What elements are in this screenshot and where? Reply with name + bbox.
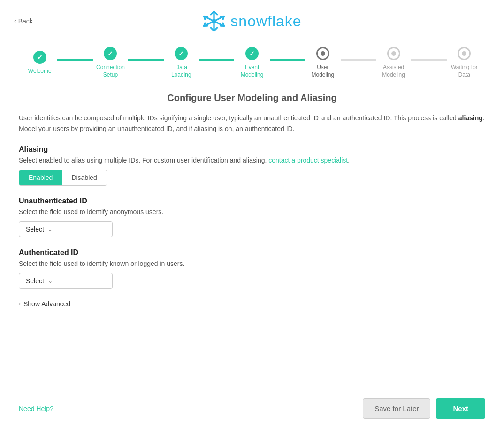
- step-event-modeling: ✓ EventModeling: [234, 47, 269, 78]
- step-dot-waiting: [462, 51, 466, 56]
- unauthenticated-id-section: Unauthenticated ID Select the field used…: [19, 197, 485, 237]
- aliasing-bold: aliasing: [458, 114, 483, 122]
- chevron-down-icon-auth: ⌄: [48, 278, 53, 284]
- footer-actions: Save for Later Next: [363, 398, 485, 419]
- step-circle-welcome: ✓: [33, 51, 46, 64]
- step-check-event: ✓: [249, 50, 255, 57]
- step-label-assisted: AssistedModeling: [382, 64, 405, 78]
- step-connection-setup: ✓ ConnectionSetup: [93, 47, 128, 78]
- progress-bar: ✓ Welcome ✓ ConnectionSetup ✓ DataLoadin…: [0, 38, 504, 83]
- step-label-waiting: Waiting forData: [451, 64, 478, 78]
- step-label-event: EventModeling: [241, 64, 264, 78]
- snowflake-icon: [202, 9, 226, 33]
- authenticated-id-select-label: Select: [26, 277, 44, 285]
- enabled-toggle[interactable]: Enabled: [19, 170, 62, 185]
- steps-wrapper: ✓ Welcome ✓ ConnectionSetup ✓ DataLoadin…: [22, 47, 482, 78]
- disabled-toggle[interactable]: Disabled: [62, 170, 106, 185]
- authenticated-id-select[interactable]: Select ⌄: [19, 273, 113, 289]
- authenticated-id-desc: Select the field used to identify known …: [19, 260, 485, 267]
- unauthenticated-id-select[interactable]: Select ⌄: [19, 221, 113, 237]
- step-label-data: DataLoading: [171, 64, 191, 78]
- step-circle-data: ✓: [175, 47, 188, 60]
- back-button[interactable]: ‹ Back: [14, 17, 33, 25]
- aliasing-desc-end: .: [348, 156, 350, 164]
- connector-1: [57, 59, 92, 61]
- main-content: Configure User Modeling and Aliasing Use…: [0, 83, 504, 317]
- step-check-welcome: ✓: [37, 54, 43, 61]
- step-circle-connection: ✓: [104, 47, 117, 60]
- need-help-link[interactable]: Need Help?: [19, 405, 53, 412]
- step-label-user: UserModeling: [311, 64, 334, 78]
- step-label-welcome: Welcome: [28, 68, 52, 75]
- connector-6: [411, 59, 446, 61]
- next-button[interactable]: Next: [436, 398, 485, 419]
- show-advanced-toggle[interactable]: › Show Advanced: [19, 300, 485, 308]
- authenticated-id-section: Authenticated ID Select the field used t…: [19, 249, 485, 289]
- chevron-right-icon: ›: [19, 301, 21, 307]
- unauthenticated-id-desc: Select the field used to identify anonym…: [19, 208, 485, 216]
- connector-4: [270, 59, 305, 61]
- step-dot-assisted: [391, 51, 396, 56]
- step-welcome: ✓ Welcome: [22, 51, 57, 75]
- step-circle-waiting: [458, 47, 471, 60]
- step-waiting-for-data: Waiting forData: [447, 47, 482, 78]
- svg-line-9: [223, 16, 224, 19]
- logo: snowflake: [202, 9, 301, 33]
- page-description: User identities can be composed of multi…: [19, 113, 485, 134]
- connector-2: [128, 59, 163, 61]
- aliasing-description: Select enabled to alias using multiple I…: [19, 156, 485, 164]
- step-circle-event: ✓: [245, 47, 259, 60]
- step-label-connection: ConnectionSetup: [96, 64, 125, 78]
- step-data-loading: ✓ DataLoading: [164, 47, 199, 78]
- header: ‹ Back: [0, 0, 504, 38]
- back-label: Back: [18, 17, 33, 25]
- connector-5: [341, 59, 376, 61]
- save-later-button[interactable]: Save for Later: [363, 398, 430, 419]
- svg-line-15: [223, 23, 224, 26]
- step-assisted-modeling: AssistedModeling: [376, 47, 411, 78]
- aliasing-section-title: Aliasing: [19, 145, 485, 154]
- back-chevron-icon: ‹: [14, 17, 16, 25]
- footer: Need Help? Save for Later Next: [0, 389, 504, 428]
- step-circle-assisted: [387, 47, 400, 60]
- step-check-connection: ✓: [107, 50, 113, 57]
- aliasing-section: Aliasing Select enabled to alias using m…: [19, 145, 485, 186]
- unauthenticated-id-title: Unauthenticated ID: [19, 197, 485, 205]
- chevron-down-icon-unauth: ⌄: [48, 226, 53, 233]
- contact-specialist-link[interactable]: contact a product specialist: [268, 156, 348, 164]
- authenticated-id-title: Authenticated ID: [19, 249, 485, 257]
- logo-text: snowflake: [230, 13, 301, 30]
- aliasing-toggle-group: Enabled Disabled: [19, 170, 107, 186]
- step-check-data: ✓: [178, 50, 184, 57]
- step-dot-user: [321, 51, 325, 56]
- svg-line-13: [204, 16, 205, 19]
- svg-line-11: [204, 23, 205, 26]
- aliasing-desc-start: Select enabled to alias using multiple I…: [19, 156, 268, 164]
- step-user-modeling: UserModeling: [305, 47, 340, 78]
- step-circle-user: [316, 47, 329, 60]
- connector-3: [199, 59, 234, 61]
- show-advanced-label: Show Advanced: [23, 300, 70, 308]
- unauthenticated-id-select-label: Select: [26, 226, 44, 233]
- page-title: Configure User Modeling and Aliasing: [19, 93, 485, 103]
